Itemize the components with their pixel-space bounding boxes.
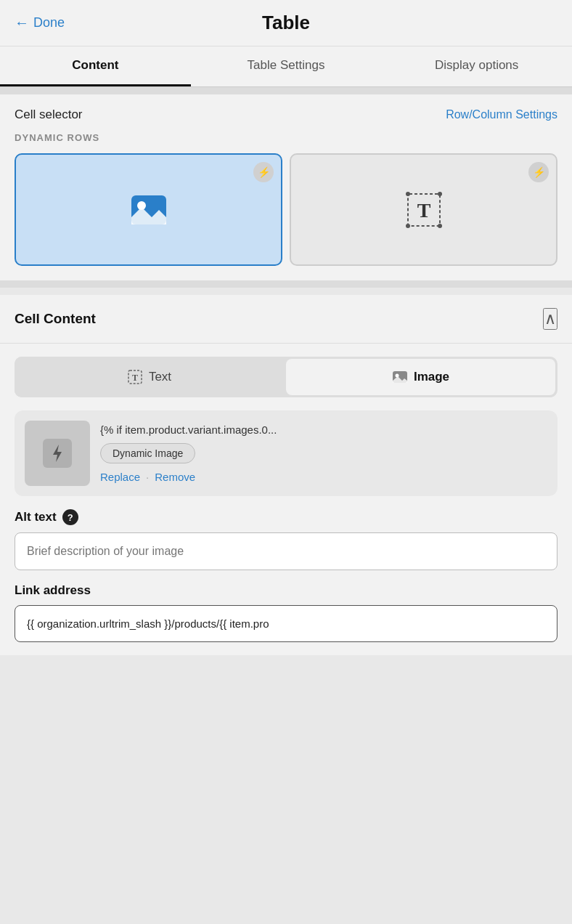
svg-point-6 (438, 224, 442, 228)
image-cell-icon (126, 187, 172, 233)
action-separator: · (146, 471, 149, 483)
dynamic-image-badge: Dynamic Image (100, 443, 195, 463)
section-divider-2 (0, 280, 572, 288)
tab-bar: Content Table Settings Display options (0, 46, 572, 87)
text-toggle-icon: T (127, 369, 143, 385)
svg-point-3 (406, 192, 410, 196)
svg-point-4 (438, 192, 442, 196)
row-column-settings-button[interactable]: Row/Column Settings (446, 108, 557, 121)
link-address-input[interactable] (15, 605, 557, 642)
lightning-icon: ⚡ (258, 166, 270, 178)
replace-button[interactable]: Replace (100, 471, 140, 483)
cell-content-title: Cell Content (15, 311, 96, 327)
image-thumbnail (25, 421, 90, 486)
header: ← Done Table (0, 0, 572, 46)
image-actions: Replace · Remove (100, 471, 547, 483)
toggle-image-button[interactable]: Image (286, 359, 555, 395)
section-divider (0, 87, 572, 94)
svg-text:T: T (132, 373, 138, 383)
back-arrow-icon: ← (15, 15, 29, 31)
alt-text-label-row: Alt text ? (15, 509, 557, 525)
link-address-label: Link address (15, 583, 557, 598)
remove-button[interactable]: Remove (155, 471, 195, 483)
cell-selector-row: Cell selector Row/Column Settings (0, 94, 572, 132)
thumbnail-lightning-icon (43, 439, 72, 468)
tab-display-options[interactable]: Display options (381, 46, 572, 86)
cell-content-section: Cell Content ∧ T Text Image (0, 295, 572, 655)
tab-table-settings[interactable]: Table Settings (191, 46, 382, 86)
done-label: Done (33, 15, 65, 31)
page-title: Table (262, 12, 310, 34)
alt-text-help-icon[interactable]: ? (62, 509, 78, 525)
done-button[interactable]: ← Done (15, 15, 65, 31)
cell-content-header: Cell Content ∧ (0, 295, 572, 344)
image-card: {% if item.product.variant.images.0... D… (15, 410, 557, 496)
lightning-badge-image: ⚡ (253, 162, 274, 182)
image-code: {% if item.product.variant.images.0... (100, 423, 547, 436)
text-cell-icon: T (401, 187, 447, 233)
dynamic-rows-label: DYNAMIC ROWS (15, 132, 557, 143)
lightning-icon-text: ⚡ (533, 166, 545, 178)
lightning-badge-text: ⚡ (528, 162, 549, 182)
collapse-button[interactable]: ∧ (543, 308, 557, 330)
alt-text-section: Alt text ? (0, 509, 572, 583)
link-section: Link address (0, 583, 572, 655)
alt-text-label: Alt text (15, 510, 57, 524)
svg-point-5 (406, 224, 410, 228)
content-type-toggle: T Text Image (15, 357, 557, 397)
cell-selector-label: Cell selector (15, 108, 83, 122)
dynamic-rows-section: DYNAMIC ROWS ⚡ ⚡ (0, 132, 572, 280)
content-area: Cell selector Row/Column Settings DYNAMI… (0, 94, 572, 280)
dynamic-rows-grid: ⚡ ⚡ (15, 153, 557, 266)
dynamic-cell-text[interactable]: ⚡ T (290, 153, 557, 266)
toggle-text-button[interactable]: T Text (15, 357, 284, 397)
tab-content[interactable]: Content (0, 46, 191, 86)
dynamic-cell-image[interactable]: ⚡ (15, 153, 282, 266)
alt-text-input[interactable] (15, 532, 557, 570)
svg-text:T: T (417, 199, 430, 222)
image-info: {% if item.product.variant.images.0... D… (100, 423, 547, 483)
image-toggle-icon (392, 369, 408, 385)
